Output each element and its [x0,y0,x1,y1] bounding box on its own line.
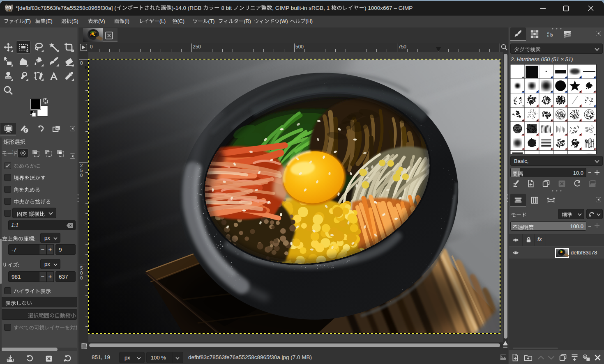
svg-text:b: b [550,32,553,37]
svg-text:c: c [547,34,549,38]
